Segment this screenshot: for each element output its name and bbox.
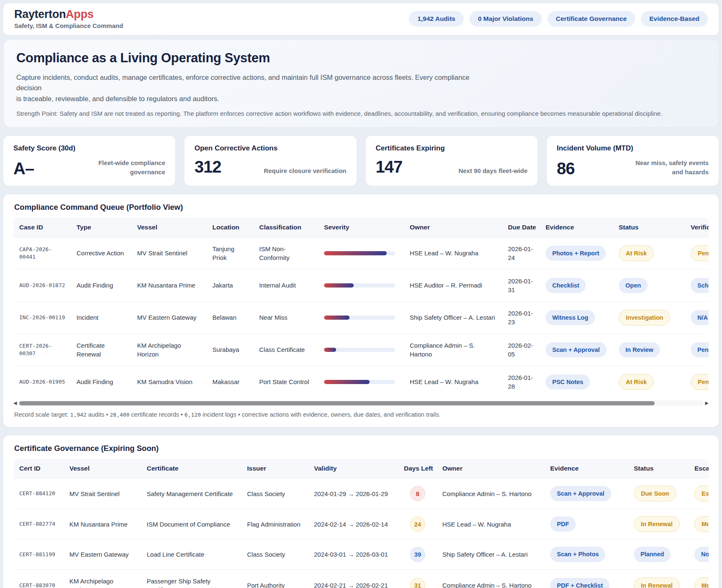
evidence-pill[interactable]: Witness Log bbox=[546, 310, 595, 325]
severity-bar-fill bbox=[324, 316, 350, 320]
owner-cell: Compliance Admin – S. Hartono bbox=[436, 569, 544, 588]
evidence-pill[interactable]: PSC Notes bbox=[546, 374, 590, 389]
col-escalation: Escalation bbox=[689, 459, 709, 479]
evidence-pill[interactable]: Scan + Approval bbox=[546, 342, 607, 357]
col-severity: Severity bbox=[318, 218, 404, 237]
stat-value: 312 bbox=[194, 158, 221, 175]
issuer-cell: Class Society bbox=[241, 540, 308, 569]
vessel-cell: MV Strait Sentinel bbox=[131, 237, 207, 269]
col-cert-id: Cert ID bbox=[13, 459, 64, 479]
stat-note: Require closure verification bbox=[264, 166, 347, 176]
status-pill: In Renewal bbox=[634, 516, 680, 532]
status-pill: In Renewal bbox=[634, 578, 680, 588]
queue-footnote: Record scale target: 1,942 audits • 28,4… bbox=[14, 411, 708, 418]
evidence-pill[interactable]: PDF + Checklist bbox=[550, 578, 610, 588]
due-date-cell: 2026-02-05 bbox=[502, 333, 540, 366]
owner-cell: Ship Safety Officer – A. Lestari bbox=[404, 301, 502, 333]
case-id-cell: AUD-2026-01905 bbox=[13, 366, 71, 398]
status-pill: Investigation bbox=[619, 310, 670, 326]
vessel-cell: KM Archipelago Horizon bbox=[131, 333, 207, 366]
col-location: Location bbox=[207, 218, 253, 237]
footnote-text: audits • bbox=[87, 411, 110, 418]
scroll-left-icon[interactable]: ◀ bbox=[13, 401, 17, 405]
type-cell: Audit Finding bbox=[71, 366, 131, 398]
col-days-left: Days Left bbox=[398, 459, 436, 479]
vessel-cell: KM Archipelago Horizon bbox=[64, 569, 141, 588]
stat-card-certificates-expiring: Certificates Expiring 147 Next 90 days f… bbox=[366, 136, 538, 186]
classification-cell: Class Certificate bbox=[253, 333, 318, 366]
evidence-cell: Scan + Approval bbox=[540, 333, 613, 366]
evidence-pill[interactable]: Checklist bbox=[546, 278, 586, 293]
escalation-pill: Monitor bbox=[694, 516, 709, 532]
footnote-incident-count: 6,120 bbox=[184, 412, 201, 418]
col-certificate: Certificate bbox=[141, 459, 241, 479]
cert-header-row: Cert ID Vessel Certificate Issuer Validi… bbox=[13, 459, 709, 479]
verification-cell: Pending bbox=[685, 237, 709, 269]
severity-cell bbox=[318, 237, 404, 269]
queue-table-row: CAPA-2026-00441Corrective ActionMV Strai… bbox=[13, 237, 709, 269]
section-title-command-queue: Compliance Command Queue (Portfolio View… bbox=[14, 203, 709, 212]
due-date-cell: 2026-01-31 bbox=[502, 269, 540, 301]
logo-primary: Rayterton bbox=[14, 8, 66, 20]
verification-pill: Pending bbox=[691, 374, 709, 390]
classification-cell: Internal Audit bbox=[253, 269, 318, 301]
location-cell: Tanjung Priok bbox=[207, 237, 253, 269]
severity-bar-track bbox=[324, 251, 395, 255]
evidence-cell: Photos + Report bbox=[540, 237, 613, 269]
verification-pill: Pending bbox=[691, 245, 709, 261]
evidence-pill[interactable]: Scan + Photos bbox=[550, 547, 605, 562]
brand-block: RaytertonApps Safety, ISM & Compliance C… bbox=[14, 8, 123, 29]
queue-table-row: AUD-2026-01872Audit FindingKM Nusantara … bbox=[13, 269, 709, 301]
location-cell: Makassar bbox=[207, 366, 253, 398]
evidence-cell: Checklist bbox=[540, 269, 613, 301]
verification-cell: Pending bbox=[685, 333, 709, 366]
status-pill: At Risk bbox=[619, 245, 654, 261]
cert-id-cell: CERT-882774 bbox=[13, 509, 64, 540]
owner-cell: HSE Lead – W. Nugraha bbox=[404, 366, 502, 398]
vessel-cell: KM Nusantara Prime bbox=[131, 269, 207, 301]
escalation-pill: Escalated bbox=[694, 486, 709, 501]
cert-id-cell: CERT-884120 bbox=[13, 478, 64, 509]
cert-table-row: CERT-881199MV Eastern GatewayLoad Line C… bbox=[13, 540, 709, 569]
due-date-cell: 2026-01-24 bbox=[502, 237, 540, 269]
badge-audits: 1,942 Audits bbox=[409, 11, 464, 27]
owner-cell: HSE Lead – W. Nugraha bbox=[404, 237, 502, 269]
status-pill: In Review bbox=[619, 342, 660, 357]
evidence-pill[interactable]: PDF bbox=[550, 517, 576, 532]
stat-label: Incident Volume (MTD) bbox=[557, 144, 709, 153]
col-vessel: Vessel bbox=[131, 218, 207, 237]
hero-strength-point: Strength Point: Safety and ISM are not t… bbox=[16, 110, 706, 117]
severity-cell bbox=[318, 301, 404, 333]
evidence-pill[interactable]: Scan + Approval bbox=[550, 486, 611, 501]
scrollbar-track[interactable] bbox=[18, 400, 703, 406]
verification-cell: Pending bbox=[685, 366, 709, 398]
stat-value: 86 bbox=[557, 160, 575, 177]
evidence-cell: PDF bbox=[544, 509, 628, 540]
days-left-cell: 39 bbox=[398, 540, 436, 569]
badge-certificate-governance: Certificate Governance bbox=[548, 11, 635, 27]
section-title-certificates: Certificate Governance (Expiring Soon) bbox=[14, 444, 709, 453]
scrollbar-thumb[interactable] bbox=[19, 401, 655, 405]
top-header: RaytertonApps Safety, ISM & Compliance C… bbox=[3, 3, 719, 35]
severity-cell bbox=[318, 269, 404, 301]
type-cell: Incident bbox=[71, 301, 131, 333]
evidence-pill[interactable]: Photos + Report bbox=[546, 246, 606, 261]
location-cell: Jakarta bbox=[207, 269, 253, 301]
due-date-cell: 2026-01-28 bbox=[502, 366, 540, 398]
status-cell: At Risk bbox=[613, 237, 685, 269]
days-left-cell: 31 bbox=[398, 569, 436, 588]
escalation-pill: None bbox=[694, 547, 709, 562]
queue-table-body: CAPA-2026-00441Corrective ActionMV Strai… bbox=[13, 237, 709, 398]
location-cell: Surabaya bbox=[207, 333, 253, 366]
kpi-cards: Safety Score (30d) A– Fleet-wide complia… bbox=[3, 136, 719, 186]
col-status: Status bbox=[628, 459, 689, 479]
status-cell: In Renewal bbox=[628, 569, 689, 588]
scroll-right-icon[interactable]: ▶ bbox=[705, 401, 709, 405]
status-cell: Planned bbox=[628, 540, 689, 569]
status-cell: Open bbox=[613, 269, 685, 301]
validity-cell: 2024-03-01 → 2026-03-01 bbox=[308, 540, 398, 569]
status-cell: In Review bbox=[613, 333, 685, 366]
stat-label: Open Corrective Actions bbox=[194, 144, 346, 153]
hero-description-line1: Capture incidents, conduct audits, manag… bbox=[16, 74, 469, 92]
footnote-cert-count: 28,400 bbox=[110, 412, 130, 418]
